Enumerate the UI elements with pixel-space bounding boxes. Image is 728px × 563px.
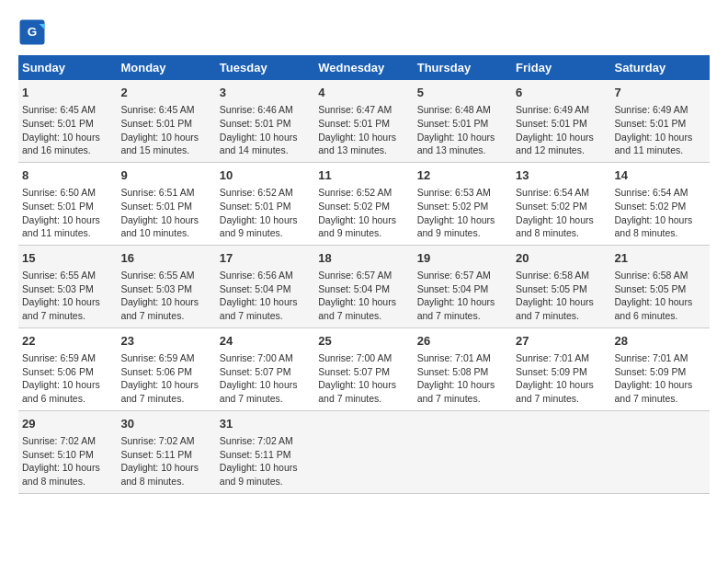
sunrise-text: Sunrise: 6:49 AM — [516, 104, 589, 115]
sunset-text: Sunset: 5:02 PM — [318, 201, 390, 212]
calendar-cell: 30Sunrise: 7:02 AMSunset: 5:11 PMDayligh… — [117, 410, 215, 493]
calendar-week-row: 1Sunrise: 6:45 AMSunset: 5:01 PMDaylight… — [18, 80, 710, 162]
sunset-text: Sunset: 5:05 PM — [516, 283, 587, 294]
sunset-text: Sunset: 5:02 PM — [417, 201, 489, 212]
sunset-text: Sunset: 5:02 PM — [615, 201, 687, 212]
sunrise-text: Sunrise: 7:00 AM — [318, 352, 392, 363]
sunrise-text: Sunrise: 6:58 AM — [615, 270, 688, 281]
sunset-text: Sunset: 5:01 PM — [120, 201, 192, 212]
sunset-text: Sunset: 5:03 PM — [22, 283, 94, 294]
daylight-text: Daylight: 10 hours and 7 minutes. — [22, 296, 100, 321]
day-number: 16 — [120, 250, 211, 267]
daylight-text: Daylight: 10 hours and 7 minutes. — [417, 296, 495, 321]
weekday-header-row: SundayMondayTuesdayWednesdayThursdayFrid… — [18, 55, 710, 80]
sunset-text: Sunset: 5:01 PM — [516, 118, 587, 129]
sunset-text: Sunset: 5:05 PM — [615, 283, 687, 294]
calendar-cell: 16Sunrise: 6:55 AMSunset: 5:03 PMDayligh… — [117, 245, 215, 327]
sunset-text: Sunset: 5:01 PM — [120, 118, 192, 129]
sunrise-text: Sunrise: 7:00 AM — [220, 352, 293, 363]
day-number: 12 — [417, 167, 508, 184]
daylight-text: Daylight: 10 hours and 13 minutes. — [417, 132, 495, 156]
day-number: 5 — [417, 85, 508, 101]
sunset-text: Sunset: 5:09 PM — [516, 366, 587, 377]
calendar-cell: 31Sunrise: 7:02 AMSunset: 5:11 PMDayligh… — [216, 410, 314, 493]
sunset-text: Sunset: 5:04 PM — [220, 283, 291, 294]
sunset-text: Sunset: 5:04 PM — [417, 283, 489, 294]
daylight-text: Daylight: 10 hours and 15 minutes. — [120, 132, 199, 156]
calendar-cell: 13Sunrise: 6:54 AMSunset: 5:02 PMDayligh… — [512, 162, 610, 245]
daylight-text: Daylight: 10 hours and 9 minutes. — [220, 462, 298, 487]
sunset-text: Sunset: 5:01 PM — [220, 201, 291, 212]
sunset-text: Sunset: 5:10 PM — [22, 449, 94, 460]
day-number: 24 — [220, 333, 311, 350]
logo-icon: G — [18, 18, 46, 46]
sunrise-text: Sunrise: 6:53 AM — [417, 187, 491, 198]
sunrise-text: Sunrise: 6:45 AM — [120, 104, 194, 115]
sunrise-text: Sunrise: 6:52 AM — [220, 187, 293, 198]
sunset-text: Sunset: 5:02 PM — [516, 201, 587, 212]
sunrise-text: Sunrise: 6:46 AM — [220, 104, 293, 115]
sunrise-text: Sunrise: 7:02 AM — [120, 435, 194, 446]
weekday-header-sunday: Sunday — [18, 55, 117, 80]
calendar-header: SundayMondayTuesdayWednesdayThursdayFrid… — [18, 55, 710, 80]
calendar-cell: 19Sunrise: 6:57 AMSunset: 5:04 PMDayligh… — [414, 245, 512, 327]
calendar-cell: 11Sunrise: 6:52 AMSunset: 5:02 PMDayligh… — [314, 162, 413, 245]
daylight-text: Daylight: 10 hours and 13 minutes. — [318, 132, 396, 156]
day-number: 20 — [516, 250, 607, 267]
day-number: 18 — [318, 250, 409, 267]
daylight-text: Daylight: 10 hours and 9 minutes. — [220, 214, 298, 239]
sunset-text: Sunset: 5:08 PM — [417, 366, 489, 377]
calendar-week-row: 15Sunrise: 6:55 AMSunset: 5:03 PMDayligh… — [18, 245, 710, 327]
sunset-text: Sunset: 5:07 PM — [220, 366, 291, 377]
calendar-cell — [314, 410, 413, 493]
sunset-text: Sunset: 5:03 PM — [120, 283, 192, 294]
calendar-cell: 21Sunrise: 6:58 AMSunset: 5:05 PMDayligh… — [611, 245, 710, 327]
day-number: 10 — [220, 167, 311, 184]
sunrise-text: Sunrise: 6:52 AM — [318, 187, 392, 198]
day-number: 1 — [22, 85, 113, 101]
daylight-text: Daylight: 10 hours and 7 minutes. — [318, 296, 396, 321]
calendar-cell: 14Sunrise: 6:54 AMSunset: 5:02 PMDayligh… — [611, 162, 710, 245]
sunrise-text: Sunrise: 6:55 AM — [120, 270, 194, 281]
day-number: 26 — [417, 333, 508, 350]
sunrise-text: Sunrise: 6:59 AM — [22, 352, 96, 363]
sunrise-text: Sunrise: 7:02 AM — [22, 435, 96, 446]
calendar-body: 1Sunrise: 6:45 AMSunset: 5:01 PMDaylight… — [18, 80, 710, 493]
day-number: 25 — [318, 333, 409, 350]
day-number: 7 — [615, 85, 706, 101]
daylight-text: Daylight: 10 hours and 8 minutes. — [615, 214, 693, 239]
daylight-text: Daylight: 10 hours and 8 minutes. — [22, 462, 100, 487]
calendar-cell: 2Sunrise: 6:45 AMSunset: 5:01 PMDaylight… — [117, 80, 215, 162]
day-number: 2 — [120, 85, 211, 101]
sunset-text: Sunset: 5:01 PM — [318, 118, 390, 129]
daylight-text: Daylight: 10 hours and 6 minutes. — [22, 379, 100, 404]
calendar-cell: 5Sunrise: 6:48 AMSunset: 5:01 PMDaylight… — [414, 80, 512, 162]
calendar-cell: 29Sunrise: 7:02 AMSunset: 5:10 PMDayligh… — [18, 410, 117, 493]
daylight-text: Daylight: 10 hours and 7 minutes. — [516, 379, 594, 404]
day-number: 9 — [120, 167, 211, 184]
sunrise-text: Sunrise: 6:54 AM — [615, 187, 688, 198]
weekday-header-saturday: Saturday — [611, 55, 710, 80]
day-number: 8 — [22, 167, 113, 184]
sunrise-text: Sunrise: 6:48 AM — [417, 104, 491, 115]
sunrise-text: Sunrise: 6:47 AM — [318, 104, 392, 115]
day-number: 27 — [516, 333, 607, 350]
sunset-text: Sunset: 5:09 PM — [615, 366, 687, 377]
day-number: 15 — [22, 250, 113, 267]
logo: G — [18, 18, 50, 46]
daylight-text: Daylight: 10 hours and 12 minutes. — [516, 132, 594, 156]
day-number: 19 — [417, 250, 508, 267]
weekday-header-thursday: Thursday — [414, 55, 512, 80]
daylight-text: Daylight: 10 hours and 9 minutes. — [417, 214, 495, 239]
day-number: 11 — [318, 167, 409, 184]
sunset-text: Sunset: 5:01 PM — [417, 118, 489, 129]
sunset-text: Sunset: 5:01 PM — [22, 201, 94, 212]
sunset-text: Sunset: 5:11 PM — [120, 449, 192, 460]
daylight-text: Daylight: 10 hours and 7 minutes. — [120, 296, 199, 321]
day-number: 13 — [516, 167, 607, 184]
daylight-text: Daylight: 10 hours and 6 minutes. — [615, 296, 693, 321]
weekday-header-friday: Friday — [512, 55, 610, 80]
calendar-table: SundayMondayTuesdayWednesdayThursdayFrid… — [18, 55, 710, 494]
sunrise-text: Sunrise: 6:56 AM — [220, 270, 293, 281]
daylight-text: Daylight: 10 hours and 7 minutes. — [318, 379, 396, 404]
